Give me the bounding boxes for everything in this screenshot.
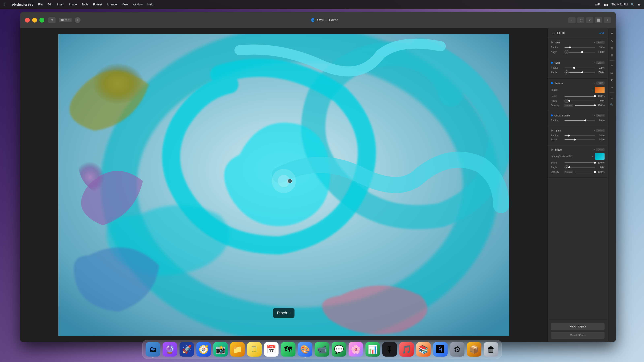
right-tool-select[interactable]: ↖ [609,38,615,44]
menu-arrange[interactable]: Arrange [107,3,117,6]
effect-twirl-2-edit[interactable]: EDIT [596,61,604,64]
twirl-1-angle-slider[interactable] [569,52,595,52]
image-angle-slider[interactable] [569,167,595,168]
dock-messages[interactable]: 💬 [332,342,346,357]
twirl-2-radius-slider[interactable] [564,67,595,68]
menu-edit[interactable]: Edit [48,3,52,6]
image-opacity-slider[interactable] [575,172,595,172]
right-tool-dodge[interactable]: ◐ [609,77,615,83]
pattern-opacity-chevron[interactable]: ▾ [574,105,574,106]
dock-facetime[interactable]: 📹 [315,342,329,357]
image-effect-chevron[interactable]: ▾ [592,155,593,158]
canvas-area[interactable]: Pinch ~ [20,28,548,342]
twirl-2-angle-slider[interactable] [569,72,595,73]
dock-safari[interactable]: 🧭 [196,342,211,357]
view-toggle-btn[interactable]: ⊞ [48,17,56,23]
menu-image[interactable]: Image [69,3,77,6]
effect-pinch-edit[interactable]: EDIT [596,129,604,132]
right-tool-clone[interactable]: ⊘ [609,94,615,100]
image-scale-slider[interactable] [564,162,595,163]
effect-pattern-edit[interactable]: EDIT [596,81,604,85]
twirl-1-angle-dial[interactable] [564,50,568,54]
menu-tools[interactable]: Tools [82,3,88,6]
pinch-scale-slider[interactable] [564,139,595,140]
effect-circle-splash-toggle[interactable] [551,114,553,116]
effect-twirl-2-toggle[interactable] [551,62,553,64]
pattern-opacity-slider[interactable] [575,105,595,106]
right-tool-brush[interactable]: ✏ [609,62,615,69]
dock-voice-memos[interactable]: 🎙 [382,342,397,357]
right-tool-pen[interactable]: ✑ [609,84,615,90]
dock-photos-import[interactable]: 📸 [213,342,228,357]
pattern-opacity-mode[interactable]: Normal [564,104,573,107]
dock-maps[interactable]: 🗺 [281,342,296,357]
dock-numbers[interactable]: 📊 [366,342,380,357]
histogram-btn[interactable]: ↗ [586,17,593,23]
dock-folder[interactable]: 📁 [230,342,245,357]
wifi-icon[interactable]: WiFi [595,3,600,6]
image-effect-thumb[interactable] [595,153,604,160]
menu-help[interactable]: Help [148,3,153,6]
menu-view[interactable]: View [122,3,128,6]
maximize-button[interactable] [40,18,44,22]
show-original-button[interactable]: Show Original [551,323,604,330]
more-btn[interactable]: ≡ [604,17,611,23]
effect-pinch-chevron[interactable]: ▾ [594,129,595,132]
right-tool-stamp[interactable]: ⊞ [609,52,615,58]
right-tool-eraser[interactable]: ◉ [609,70,615,76]
info-btn[interactable]: ⬜ [595,17,602,23]
layers-btn[interactable]: ⬚ [577,17,584,23]
twirl-2-angle-dial[interactable] [564,70,568,74]
effect-twirl-1-toggle[interactable] [551,41,553,43]
dock-music[interactable]: 🎵 [399,342,414,357]
menu-window[interactable]: Window [132,3,143,6]
reset-effects-button[interactable]: Reset Effects [551,332,604,339]
effect-twirl-1-edit[interactable]: EDIT [596,41,604,44]
effect-pinch-toggle[interactable] [551,129,553,131]
twirl-1-radius-slider[interactable] [564,47,595,48]
effect-pattern-chevron[interactable]: ▾ [594,82,595,84]
dock-calendar[interactable]: 📅 [264,342,278,357]
image-opacity-mode[interactable]: Normal [564,171,573,173]
zoom-control[interactable]: 100% ▾ [59,18,72,22]
pattern-angle-dial[interactable] [564,99,568,103]
menu-format[interactable]: Format [93,3,102,6]
add-effect-button[interactable]: Add [599,31,604,34]
search-icon[interactable]: 🔍 [631,3,634,6]
right-tool-effects[interactable]: ✦ [609,30,615,37]
dock-app-store[interactable]: 🅰 [433,342,448,357]
menu-file[interactable]: File [38,3,43,6]
pinch-radius-slider[interactable] [564,135,595,136]
dock-notes[interactable]: 🗒 [247,342,262,357]
right-tool-crop[interactable]: ⊕ [609,45,615,51]
menu-insert[interactable]: Insert [57,3,64,6]
effect-pattern-toggle[interactable] [551,82,553,84]
dock-archive[interactable]: 📦 [467,342,482,357]
control-center-icon[interactable]: ⊞ [638,3,640,6]
dock-photos[interactable]: 🌸 [348,342,363,357]
effects-panel-btn[interactable]: ✦ [568,17,576,23]
circle-splash-radius-slider[interactable] [564,120,595,121]
pattern-image-chevron[interactable]: ▾ [592,89,593,91]
image-angle-dial[interactable] [564,165,568,169]
app-name[interactable]: Pixelmator Pro [12,3,33,6]
dock-finder[interactable]: 🗂 [146,342,160,357]
effect-image-chevron[interactable]: ▾ [594,149,595,151]
add-object-button[interactable]: + [75,17,80,23]
dock-trash[interactable]: 🗑 [484,342,498,357]
apple-menu[interactable]:  [4,2,6,7]
dock-siri[interactable]: 🔮 [162,342,177,357]
close-button[interactable] [25,18,30,22]
effect-twirl-1-chevron[interactable]: ▾ [594,41,595,44]
effect-twirl-2-chevron[interactable]: ▾ [594,62,595,64]
minimize-button[interactable] [32,18,37,22]
pattern-scale-slider[interactable] [564,96,595,96]
effect-circle-splash-edit[interactable]: EDIT [596,114,604,117]
right-tool-zoom[interactable]: 🔍 [609,102,615,108]
pattern-angle-slider[interactable] [569,100,595,101]
dock-books[interactable]: 📚 [416,342,431,357]
dock-pixelmator[interactable]: 🎨 [298,342,312,357]
dock-system-prefs[interactable]: ⚙ [450,342,464,357]
effect-image-toggle[interactable] [551,149,553,151]
dock-launchpad[interactable]: 🚀 [180,342,194,357]
